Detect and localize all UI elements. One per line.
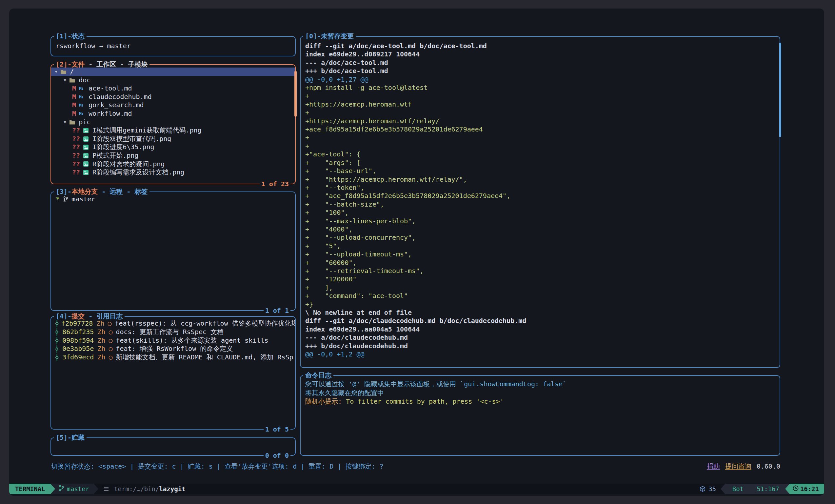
commit-push-marker: ○ [108,337,113,345]
commit-hash: 3fd69ecd [62,353,94,362]
file-tree-file-row[interactable]: ??P模式开始.png [51,152,295,160]
file-status: ?? [72,168,80,177]
powerline-separator [50,484,55,494]
statusbar: TERMINAL master term:/…/bin/lazygit 35 [9,484,824,494]
tip-label: 随机小提示: [305,398,346,405]
chevron-down-icon: ▾ [63,76,66,85]
file-status: M [72,109,76,118]
powerline-separator [94,484,98,494]
diff-line: + [305,134,780,142]
terminal-buffer-path: term:/…/bin/lazygit [114,484,185,494]
file-tree-dir-row[interactable]: ▾doc [51,76,295,85]
file-name: I阶段双模型审查代码.png [93,135,171,143]
file-status: M [72,84,76,93]
commit-row[interactable]: 098bf594Zh○feat(skills): 从多个来源安装 agent s… [51,337,295,345]
diff-line: +ace_f8d95a15df2e6b5e3b578029a25201de627… [305,125,780,134]
file-tree-file-row[interactable]: MM↓claudecodehub.md [51,93,295,101]
commit-push-marker: ○ [107,319,111,328]
command-log-line: 您可以通过按 '@' 隐藏或集中显示该面板，或使用 `gui.showComma… [305,380,780,388]
diff-line: + "--upload-timeout-ms", [305,250,780,258]
commit-author-tag: Zh [97,353,105,362]
statusbar-position: Bot 51:167 [725,484,785,494]
file-tree-file-row[interactable]: MM↓gork_search.md [51,101,295,109]
commits-count: 1 of 5 [264,425,290,434]
commit-message: feat: 增强 RsWorkflow 的命令定义 [116,345,233,353]
panel-branches[interactable]: [3]-本地分支 - 远程 - 标签 *master 1 of 1 [50,191,296,311]
clock-icon [792,485,799,493]
commit-icon [55,328,60,336]
file-name: I模式调用gemini获取前端代码.png [93,126,201,135]
commit-list[interactable]: f2b97728Zh○feat(rsspec): 从 ccg-workflow … [51,317,295,429]
panel-status[interactable]: [1]-状态 rsworkflow → master [50,36,296,56]
command-log-content: 您可以通过按 '@' 隐藏或集中显示该面板，或使用 `gui.showComma… [301,376,780,455]
file-name: gork_search.md [88,101,144,109]
commit-icon [55,320,59,327]
statusbar-branch: master [55,484,94,494]
commit-hash: 098bf594 [62,337,94,345]
file-name: pic [79,118,90,126]
file-name: doc [79,76,90,85]
commit-push-marker: ○ [108,345,113,353]
commit-row[interactable]: 3fd69ecdZh○新增技能文档、更新 README 和 CLAUDE.md,… [51,353,295,362]
diff-line: @@ -0,0 +1,27 @@ [305,76,780,84]
diff-line: + "--upload-concurrency", [305,234,780,242]
diff-line: +https://acemcp.heroman.wtf/relay/ [305,117,780,125]
commit-row[interactable]: 862bf235Zh○docs: 更新工作流与 RsSpec 文档 [51,328,295,337]
file-name: claudecodehub.md [88,93,152,101]
file-tree-dir-row[interactable]: ▾pic [51,118,295,126]
diff-line: + "--batch-size", [305,200,780,208]
diff-line: --- a/doc/claudecodehub.md [305,334,780,342]
keybinding-hints: 切换暂存状态: <space> | 提交变更: c | 贮藏: s | 查看'放… [51,462,739,471]
package-icon [699,484,706,494]
image-icon [83,144,90,150]
file-tree[interactable]: ▾/▾docMM↓ace-tool.mdMM↓claudecodehub.mdM… [51,65,295,184]
panel-stash[interactable]: [5]-贮藏 0 of 0 [50,438,296,456]
diff-view[interactable]: diff --git a/doc/ace-tool.md b/doc/ace-t… [301,37,780,367]
file-tree-file-row[interactable]: ??I阶段进度6\35.png [51,143,295,152]
commit-row[interactable]: 0e3ab95eZh○feat: 增强 RsWorkflow 的命令定义 [51,345,295,353]
donate-link[interactable]: 捐助 [707,462,720,471]
diff-line: + "ace_f8d95a15df2e6b5e3b578029a25201de6… [305,192,780,200]
diff-scrollbar[interactable] [779,43,781,137]
files-count: 1 of 23 [260,180,290,188]
markdown-icon: M↓ [79,93,86,101]
image-icon [83,136,90,142]
tip-text: To filter commits by path, press '<c-s>' [346,398,504,405]
package-count: 35 [709,484,716,494]
file-name: / [70,67,74,76]
markdown-icon: M↓ [79,101,86,109]
diff-line: diff --git a/doc/ace-tool.md b/doc/ace-t… [305,42,780,50]
branch-list[interactable]: *master [51,192,295,310]
files-scrollbar[interactable] [294,71,297,117]
file-tree-dir-row[interactable]: ▾/ [51,67,295,76]
file-tree-file-row[interactable]: ??I模式调用gemini获取前端代码.png [51,126,295,135]
ask-link[interactable]: 提问咨询 [725,462,751,471]
diff-line: + "https://acemcp.heroman.wtf/relay/", [305,176,780,184]
image-icon [83,127,90,134]
commit-author-tag: Zh [97,337,105,345]
file-tree-file-row[interactable]: ??R阶段编写需求及设计文档.png [51,168,295,177]
diff-line: +} [305,300,780,308]
file-tree-file-row[interactable]: MM↓ace-tool.md [51,84,295,93]
commit-hash: 0e3ab95e [62,345,94,353]
file-name: P模式开始.png [93,152,138,160]
diff-line: diff --git a/doc/claudecodehub.md b/doc/… [305,317,780,325]
image-icon [83,153,90,159]
version-label: 0.60.0 [757,462,780,471]
panel-command-log[interactable]: 命令日志 您可以通过按 '@' 隐藏或集中显示该面板，或使用 `gui.show… [300,375,780,456]
file-tree-file-row[interactable]: ??R阶段对需求的疑问.png [51,160,295,168]
panel-unstaged-changes[interactable]: [0]-未暂存变更 diff --git a/doc/ace-tool.md b… [300,36,780,368]
mode-indicator: TERMINAL [9,484,50,494]
file-tree-file-row[interactable]: MM↓workflow.md [51,109,295,118]
diff-line: + "--max-lines-per-blob", [305,217,780,225]
markdown-icon: M↓ [79,84,86,93]
diff-line: +npm install -g ace-tool@latest [305,84,780,92]
panel-commits[interactable]: [4]-提交 - 引用日志 f2b97728Zh○feat(rsspec): 从… [50,316,296,429]
branch-row[interactable]: *master [51,195,295,203]
file-status: ?? [72,126,80,135]
panel-files[interactable]: [2]-文件 - 工作区 - 子模块 ▾/▾docMM↓ace-tool.mdM… [50,64,296,184]
commit-row[interactable]: f2b97728Zh○feat(rsspec): 从 ccg-workflow … [51,319,295,328]
file-name: ace-tool.md [88,84,132,93]
file-tree-file-row[interactable]: ??I阶段双模型审查代码.png [51,135,295,143]
file-status: ?? [72,143,80,152]
